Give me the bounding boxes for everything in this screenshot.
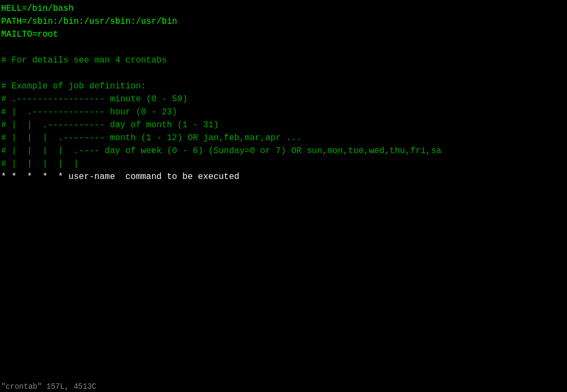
line-blank8 — [0, 248, 567, 261]
line-blank3 — [0, 183, 567, 196]
status-text: "crontab" 157L, 4513C — [1, 382, 96, 391]
line-comment2: # Example of job definition: — [0, 80, 567, 93]
line-blank10 — [0, 274, 567, 287]
line-blank17 — [0, 365, 567, 377]
line-def7: * * * * * user-name command to be execut… — [0, 170, 567, 183]
line-blank1 — [0, 41, 567, 54]
line-def6: # | | | | | — [0, 157, 567, 170]
line-blank5 — [0, 209, 567, 222]
line-blank2 — [0, 67, 567, 80]
line-blank14 — [0, 326, 567, 339]
line-blank16 — [0, 352, 567, 365]
line-def1: # .----------------- minute (0 - 59) — [0, 93, 567, 106]
line-blank12 — [0, 300, 567, 313]
line-def4: # | | | .-------- month (1 - 12) OR jan,… — [0, 132, 567, 145]
line-blank11 — [0, 287, 567, 300]
line-blank9 — [0, 261, 567, 274]
line-blank13 — [0, 313, 567, 326]
line-def2: # | .-------------- hour (0 - 23) — [0, 106, 567, 119]
terminal-window: HELL=/bin/bash PATH=/sbin:/bin:/usr/sbin… — [0, 0, 567, 392]
line-blank7 — [0, 235, 567, 248]
line-mailto: MAILTO=root — [0, 28, 567, 41]
line-shell: HELL=/bin/bash — [0, 2, 567, 15]
line-def5: # | | | | .---- day of week (0 - 6) (Sun… — [0, 145, 567, 157]
line-blank15 — [0, 339, 567, 352]
status-bar: "crontab" 157L, 4513C — [0, 381, 567, 392]
line-blank6 — [0, 222, 567, 235]
line-blank4 — [0, 196, 567, 209]
line-path: PATH=/sbin:/bin:/usr/sbin:/usr/bin — [0, 15, 567, 28]
line-comment1: # For details see man 4 crontabs — [0, 54, 567, 67]
line-def3: # | | .----------- day of month (1 - 31) — [0, 119, 567, 132]
